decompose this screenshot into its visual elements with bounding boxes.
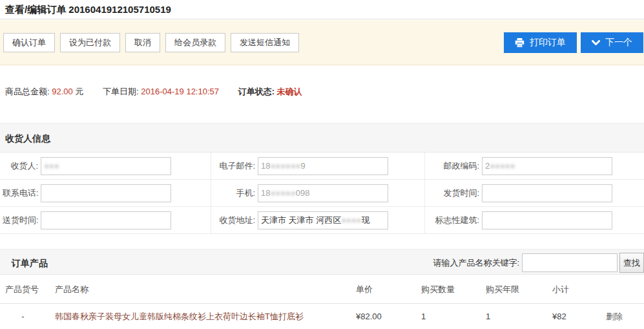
product-subtotal: ¥82 (552, 304, 566, 329)
toolbar-left-group: 确认订单 设为已付款 取消 给会员录款 发送短信通知 (3, 33, 299, 52)
products-table-header: 产品货号 产品名称 单价 购买数量 购买年限 小计 (0, 275, 644, 304)
form-field-delivery-time: 送货时间: (0, 207, 211, 234)
send-sms-button[interactable]: 发送短信通知 (231, 33, 299, 52)
confirm-order-button[interactable]: 确认订单 (3, 33, 55, 52)
product-qty: 1 (421, 304, 426, 329)
form-field-ship-time: 发货时间: (425, 180, 644, 207)
cancel-order-button[interactable]: 取消 (125, 33, 160, 52)
page-title: 查看/编辑订单 2016041912105710519 (0, 0, 644, 19)
product-sku: - (5, 304, 41, 329)
title-bar: 查看/编辑订单 2016041912105710519 (0, 0, 644, 19)
ship-time-label: 发货时间: (428, 187, 479, 199)
delete-link[interactable]: 删除 (606, 304, 623, 329)
form-field-address: 收货地址: 天津市 天津市 河西区●●●●现 (211, 207, 425, 234)
order-date-value: 2016-04-19 12:10:57 (141, 87, 219, 96)
form-field-phone: 联系电话: (0, 180, 211, 207)
print-order-label: 打印订单 (530, 37, 566, 48)
form-field-mobile: 手机: 18●●●●●098 (211, 180, 425, 207)
col-price: 单价 (356, 275, 373, 304)
product-search-label: 请输入产品名称关键字: (433, 257, 519, 269)
phone-input[interactable] (41, 184, 171, 202)
order-date-label: 下单日期: (103, 87, 139, 96)
landmark-input[interactable] (482, 211, 612, 229)
next-order-label: 下一个 (605, 37, 632, 48)
printer-icon (515, 38, 525, 47)
order-status-label: 订单状态: (238, 87, 275, 96)
order-status-value: 未确认 (277, 87, 302, 96)
toolbar-right-group: 打印订单 下一个 (504, 32, 643, 53)
recipient-input[interactable]: ●●● (41, 157, 171, 175)
col-qty: 购买数量 (421, 275, 455, 304)
delivery-time-label: 送货时间: (3, 215, 38, 226)
consignee-form: 收货人: ●●● 电子邮件: 18●●●●●●9 邮政编码: 2●●●●● 联系… (0, 153, 644, 234)
recipient-label: 收货人: (3, 160, 38, 172)
address-label: 收货地址: (214, 215, 255, 226)
product-search-input[interactable] (522, 253, 618, 272)
mobile-input[interactable]: 18●●●●●098 (258, 184, 388, 202)
form-field-recipient: 收货人: ●●● (0, 153, 211, 180)
next-order-button[interactable]: 下一个 (581, 32, 643, 53)
order-date-group: 下单日期: 2016-04-19 12:10:57 (103, 87, 219, 96)
toolbar: 确认订单 设为已付款 取消 给会员录款 发送短信通知 打印订单 下一个 (0, 20, 644, 65)
total-amount-unit: 元 (75, 87, 83, 96)
total-amount-label: 商品总金额: (5, 87, 50, 96)
products-section-title: 订单产品 (12, 258, 48, 270)
ship-time-input[interactable] (482, 184, 612, 202)
order-status-group: 订单状态: 未确认 (238, 87, 302, 96)
address-input[interactable]: 天津市 天津市 河西区●●●●现 (258, 211, 388, 229)
email-label: 电子邮件: (214, 160, 255, 172)
mobile-label: 手机: (214, 187, 255, 199)
product-search-button[interactable]: 查找 (619, 253, 644, 273)
col-subtotal: 小计 (552, 275, 569, 304)
delivery-time-input[interactable] (41, 211, 171, 229)
landmark-label: 标志性建筑: (428, 215, 479, 226)
product-search: 请输入产品名称关键字: 查找 (433, 253, 644, 273)
col-name: 产品名称 (55, 275, 88, 304)
product-years: 1 (486, 304, 490, 329)
order-summary: 商品总金额: 92.00 元 下单日期: 2016-04-19 12:10:57… (5, 86, 319, 98)
consignee-section-title: 收货人信息 (5, 133, 50, 145)
total-amount-group: 商品总金额: 92.00 元 (5, 87, 83, 96)
chevron-down-icon (592, 40, 600, 46)
col-sku: 产品货号 (5, 275, 39, 304)
form-field-landmark: 标志性建筑: (425, 207, 644, 234)
email-input[interactable]: 18●●●●●●9 (258, 157, 388, 175)
print-order-button[interactable]: 打印订单 (504, 32, 577, 53)
product-name-link[interactable]: 韩国春秋亲子装母女儿童韩版纯棉条纹衫上衣荷叶边长袖T恤打底衫 (55, 304, 304, 329)
consignee-section-header: 收货人信息 (0, 123, 644, 153)
col-years: 购买年限 (486, 275, 519, 304)
table-row: - 韩国春秋亲子装母女儿童韩版纯棉条纹衫上衣荷叶边长袖T恤打底衫 ¥82.00 … (0, 304, 644, 329)
phone-label: 联系电话: (3, 187, 38, 199)
zip-input[interactable]: 2●●●●● (482, 157, 612, 175)
record-payment-button[interactable]: 给会员录款 (165, 33, 225, 52)
product-price: ¥82.00 (356, 304, 382, 329)
form-field-email: 电子邮件: 18●●●●●●9 (211, 153, 425, 180)
form-field-zip: 邮政编码: 2●●●●● (425, 153, 644, 180)
zip-label: 邮政编码: (428, 160, 479, 172)
total-amount-value: 92.00 (52, 87, 73, 96)
products-section-header: 订单产品 请输入产品名称关键字: 查找 (0, 249, 644, 275)
set-paid-button[interactable]: 设为已付款 (60, 33, 120, 52)
